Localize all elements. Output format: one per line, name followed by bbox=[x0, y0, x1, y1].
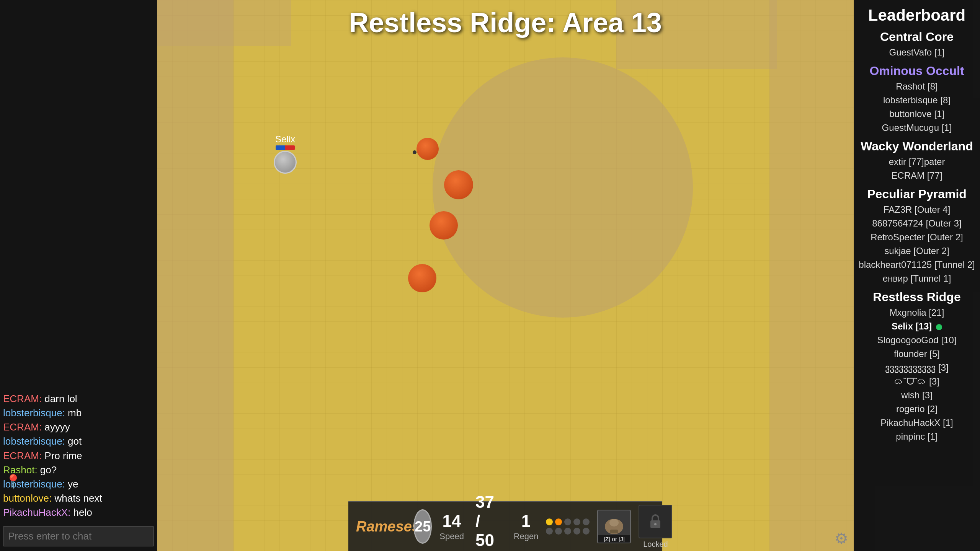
chat-message-1: lobsterbisque: mb bbox=[3, 406, 154, 420]
hud-bar: Rameses 25 14 Speed 37 / 50 Energy 1 Reg… bbox=[348, 501, 662, 551]
svg-rect-6 bbox=[157, 0, 291, 46]
enemy-orb-4 bbox=[408, 264, 436, 292]
lb-entry-pinpinc: pinpinc [1] bbox=[858, 430, 975, 443]
game-canvas: Restless Ridge: Area 13 Selix bbox=[157, 0, 854, 551]
lb-entry-slogoo: SlogoogooGod [10] bbox=[858, 333, 975, 347]
chat-message-4: ECRAM: Pro rime bbox=[3, 449, 154, 463]
hud-item-1-icon: [Z] or [J] bbox=[597, 510, 631, 543]
chat-player-name: ECRAM: bbox=[3, 421, 44, 433]
svg-rect-9 bbox=[610, 530, 618, 533]
dot-6 bbox=[546, 528, 553, 535]
hud-speed-label: Speed bbox=[439, 531, 464, 541]
chat-panel: ECRAM: darn lollobsterbisque: mbECRAM: a… bbox=[0, 0, 157, 551]
settings-button[interactable]: ⚙ bbox=[835, 530, 848, 547]
chat-message-3: lobsterbisque: got bbox=[3, 435, 154, 448]
leaderboard: Leaderboard Central Core GuestVafo [1] O… bbox=[854, 0, 980, 551]
active-player-dot bbox=[936, 324, 942, 330]
chat-message-0: ECRAM: darn lol bbox=[3, 392, 154, 406]
hud-regen-value: 1 bbox=[521, 512, 531, 531]
game-grid bbox=[157, 0, 854, 551]
hud-score-circle: 25 bbox=[413, 509, 432, 544]
dot-2 bbox=[555, 518, 562, 525]
lb-section-wacky: Wacky Wonderland bbox=[858, 139, 975, 153]
lb-entry-rashot: Rashot [8] bbox=[858, 80, 975, 93]
chat-msg-text: mb bbox=[68, 407, 82, 419]
enemy-orb-2 bbox=[444, 170, 473, 199]
dot-4 bbox=[573, 518, 580, 525]
lb-entry-emoji1: ვვვვვვვვვვვ [3] bbox=[858, 361, 975, 375]
player-flag bbox=[276, 145, 295, 150]
chat-input[interactable] bbox=[3, 526, 154, 546]
dot-7 bbox=[555, 528, 562, 535]
lb-entry-selix: Selix [13] bbox=[858, 320, 975, 333]
player-name-tag: Selix bbox=[275, 134, 295, 145]
chat-message-7: buttonlove: whats next bbox=[3, 492, 154, 505]
hud-dots bbox=[546, 518, 590, 535]
enemy-dot bbox=[413, 150, 416, 154]
lb-entry-wish: wish [3] bbox=[858, 388, 975, 402]
dot-3 bbox=[564, 518, 571, 525]
lb-entry-rogerio: rogerio [2] bbox=[858, 402, 975, 416]
hud-dots-row1 bbox=[546, 518, 590, 525]
player-entity: Selix bbox=[274, 134, 297, 174]
lb-section-central-core: Central Core bbox=[858, 30, 975, 44]
hud-item-1[interactable]: [Z] or [J] bbox=[597, 510, 631, 543]
hud-regen-label: Regen bbox=[514, 531, 539, 541]
lb-section-peculiar: Peculiar Pyramid bbox=[858, 187, 975, 201]
chat-msg-text: go? bbox=[40, 464, 57, 476]
main-container: ECRAM: darn lollobsterbisque: mbECRAM: a… bbox=[0, 0, 980, 551]
lb-entry-retrospecter: RetroSpecter [Outer 2] bbox=[858, 230, 975, 244]
dot-1 bbox=[546, 518, 553, 525]
lb-entry-buttonlove: buttonlove [1] bbox=[858, 107, 975, 121]
svg-point-8 bbox=[609, 519, 619, 527]
lb-section-ominous: Ominous Occult bbox=[858, 64, 975, 78]
dot-8 bbox=[564, 528, 571, 535]
lb-entry-faz3r: FAZ3R [Outer 4] bbox=[858, 203, 975, 217]
lb-entry-envir: енвир [Tunnel 1] bbox=[858, 272, 975, 285]
svg-rect-3 bbox=[769, 0, 854, 551]
hud-energy-value: 37 / 50 bbox=[475, 492, 502, 550]
enemy-orb-1 bbox=[416, 138, 439, 160]
lb-entry-guestmucugu: GuestMucugu [1] bbox=[858, 121, 975, 135]
chat-msg-text: ye bbox=[68, 478, 78, 490]
chat-message-6: lobsterbisque: ye bbox=[3, 478, 154, 491]
chat-msg-text: helo bbox=[74, 507, 92, 518]
flag-red bbox=[285, 145, 295, 150]
lb-entry-ecram: ECRAM [77] bbox=[858, 169, 975, 183]
lb-entry-guestvafo: GuestVafo [1] bbox=[858, 46, 975, 59]
lb-entry-mxgnolia: Mxgnolia [21] bbox=[858, 306, 975, 320]
chat-msg-text: whats next bbox=[54, 492, 102, 504]
lb-entry-emoji2: ᜊ˘ᗜ˘ᜊ [3] bbox=[858, 375, 975, 388]
hud-item-1-key: [Z] or [J] bbox=[598, 535, 630, 543]
lb-entry-sukjae: sukjae [Outer 2] bbox=[858, 244, 975, 258]
lb-entry-extir: extir [77]pater bbox=[858, 155, 975, 169]
map-icon[interactable]: 📍 bbox=[5, 474, 22, 490]
chat-player-name: buttonlove: bbox=[3, 492, 54, 504]
chat-message-2: ECRAM: ayyyy bbox=[3, 421, 154, 434]
hud-stat-regen: 1 Regen bbox=[514, 512, 539, 541]
hud-stat-energy: 37 / 50 Energy bbox=[475, 492, 502, 551]
chat-player-name: ECRAM: bbox=[3, 450, 44, 461]
chat-message-8: PikachuHackX: helo bbox=[3, 506, 154, 519]
chat-messages: ECRAM: darn lollobsterbisque: mbECRAM: a… bbox=[0, 0, 157, 523]
svg-rect-2 bbox=[157, 0, 234, 551]
player-body bbox=[274, 151, 297, 174]
chat-message-5: Rashot: go? bbox=[3, 463, 154, 477]
hud-stat-speed: 14 Speed bbox=[439, 512, 464, 541]
hud-dots-row2 bbox=[546, 528, 590, 535]
hud-item-2-label: Locked bbox=[643, 540, 668, 549]
enemy-orb-3 bbox=[430, 211, 458, 240]
chat-player-name: PikachuHackX: bbox=[3, 507, 74, 518]
chat-msg-text: got bbox=[68, 435, 82, 447]
chat-msg-text: darn lol bbox=[44, 393, 77, 404]
hud-item-2-icon bbox=[639, 505, 672, 538]
leaderboard-title: Leaderboard bbox=[858, 6, 975, 24]
lb-entry-lobster: lobsterbisque [8] bbox=[858, 93, 975, 107]
dot-10 bbox=[583, 528, 590, 535]
lb-entry-blackheart: blackheart071125 [Tunnel 2] bbox=[858, 258, 975, 272]
chat-player-name: lobsterbisque: bbox=[3, 407, 68, 419]
chat-player-name: ECRAM: bbox=[3, 393, 44, 404]
lb-entry-flounder: flounder [5] bbox=[858, 347, 975, 361]
hud-item-2: Locked bbox=[639, 505, 672, 549]
dot-5 bbox=[583, 518, 590, 525]
